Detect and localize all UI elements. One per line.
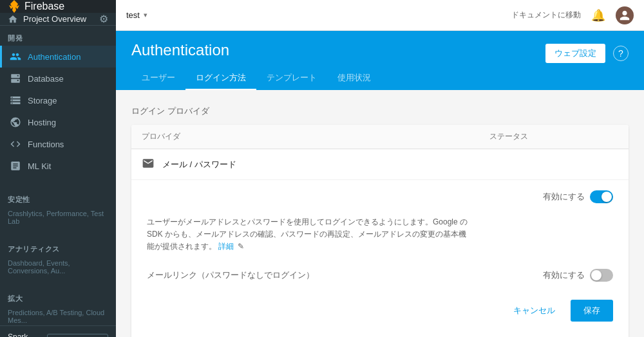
bell-icon[interactable]: 🔔: [591, 8, 605, 23]
sidebar-bottom: Spark 無料 $0/月 アップグレード: [0, 325, 116, 337]
sidebar-item-hosting-label: Hosting: [28, 118, 56, 127]
sidebar-item-hosting[interactable]: Hosting: [0, 111, 116, 133]
tab-usage[interactable]: 使用状況: [327, 67, 381, 90]
spark-info: Spark 無料 $0/月: [8, 332, 41, 337]
expand-section-label: 拡大: [0, 286, 116, 306]
email-provider-card: メール / パスワード 有効にする ユーザーがメールアドレスとパスワードを使用し…: [131, 149, 629, 337]
analytics-sub-label: Dashboard, Events, Conversions, Au...: [0, 257, 116, 276]
database-icon: [10, 73, 21, 84]
detail-link[interactable]: 詳細: [218, 242, 234, 251]
dev-section-label: 開発: [0, 26, 116, 46]
sidebar-item-authentication[interactable]: Authentication: [0, 46, 116, 68]
project-overview-label: Project Overview: [23, 14, 86, 24]
cancel-button[interactable]: キャンセル: [503, 300, 565, 322]
firebase-logo[interactable]: Firebase: [8, 0, 64, 13]
analytics-section-label: アナリティクス: [0, 237, 116, 257]
toggle-knob: [601, 192, 612, 202]
provider-description: ユーザーがメールアドレスとパスワードを使用してログインできるようにします。Goo…: [147, 216, 469, 253]
topbar: test ▾ ドキュメントに移動 🔔: [116, 0, 644, 31]
page-title: Authentication: [131, 41, 229, 59]
email-icon: [142, 157, 155, 172]
web-settings-button[interactable]: ウェブ設定: [545, 44, 605, 63]
provider-table: プロバイダ ステータス メール / パスワード 有効にする: [131, 125, 629, 337]
sidebar-item-auth-label: Authentication: [28, 52, 80, 62]
stability-section-label: 安定性: [0, 187, 116, 207]
tab-templates[interactable]: テンプレート: [256, 67, 327, 90]
sidebar-item-mlkit-label: ML Kit: [28, 161, 51, 171]
mail-link-enabled-label: 有効にする: [543, 269, 585, 281]
sidebar-item-storage[interactable]: Storage: [0, 89, 116, 111]
mail-link-row: メールリンク（パスワードなしでログイン） 有効にする: [147, 264, 613, 287]
enable-toggle-row: 有効にする: [147, 190, 613, 203]
page-header: Authentication ウェブ設定 ? ユーザー ログイン方法 テンプレー…: [116, 31, 644, 90]
email-provider-header[interactable]: メール / パスワード: [131, 149, 629, 179]
project-row[interactable]: Project Overview ⚙: [0, 13, 116, 26]
topbar-project: test: [126, 10, 140, 20]
enable-toggle[interactable]: [590, 190, 613, 203]
expand-sub-label: Predictions, A/B Testing, Cloud Mes...: [0, 306, 116, 325]
sidebar-item-mlkit[interactable]: ML Kit: [0, 155, 116, 177]
section-title: ログイン プロバイダ: [131, 105, 629, 117]
mail-link-toggle[interactable]: [590, 269, 613, 282]
help-icon-label: ?: [618, 48, 623, 59]
content-area: ログイン プロバイダ プロバイダ ステータス メール / パスワード 有効にする: [116, 90, 644, 337]
col-status: ステータス: [489, 131, 618, 142]
mlkit-icon: [10, 160, 21, 172]
storage-icon: [10, 95, 21, 106]
mail-link-toggle-knob: [591, 270, 601, 280]
stability-sub-label: Crashlytics, Performance, Test Lab: [0, 207, 116, 226]
mail-link-label: メールリンク（パスワードなしでログイン）: [147, 269, 314, 281]
tab-users[interactable]: ユーザー: [131, 67, 185, 90]
hosting-icon: [10, 116, 21, 128]
sidebar: Firebase Project Overview ⚙ 開発 Authentic…: [0, 0, 116, 337]
avatar[interactable]: [616, 6, 634, 24]
auth-icon: [10, 51, 21, 62]
topbar-chevron: ▾: [144, 11, 147, 19]
plan-label: Spark: [8, 332, 41, 337]
col-provider: プロバイダ: [142, 131, 489, 142]
tab-login-method[interactable]: ログイン方法: [185, 67, 256, 90]
sidebar-item-functions-label: Functions: [28, 140, 64, 149]
table-header: プロバイダ ステータス: [131, 125, 629, 149]
functions-icon: [10, 138, 21, 150]
docs-link[interactable]: ドキュメントに移動: [511, 10, 581, 21]
settings-button[interactable]: ⚙: [99, 13, 108, 25]
sidebar-item-database[interactable]: Database: [0, 68, 116, 89]
sidebar-item-storage-label: Storage: [28, 96, 57, 105]
firebase-name: Firebase: [24, 1, 64, 12]
page-tabs: ユーザー ログイン方法 テンプレート 使用状況: [131, 67, 629, 90]
fire-icon: [8, 0, 21, 13]
sidebar-header: Firebase: [0, 0, 116, 13]
enabled-label: 有効にする: [543, 191, 585, 203]
email-provider-name: メール / パスワード: [162, 159, 236, 170]
sidebar-item-functions[interactable]: Functions: [0, 133, 116, 155]
sidebar-item-database-label: Database: [28, 74, 64, 84]
save-button[interactable]: 保存: [571, 300, 613, 322]
home-icon: [8, 14, 18, 24]
email-provider-body: 有効にする ユーザーがメールアドレスとパスワードを使用してログインできるようにし…: [131, 179, 629, 337]
help-icon[interactable]: ?: [613, 46, 629, 61]
upgrade-button[interactable]: アップグレード: [47, 334, 108, 337]
main-content: test ▾ ドキュメントに移動 🔔 Authentication ウェブ設定 …: [116, 0, 644, 337]
card-actions: キャンセル 保存: [147, 300, 613, 322]
